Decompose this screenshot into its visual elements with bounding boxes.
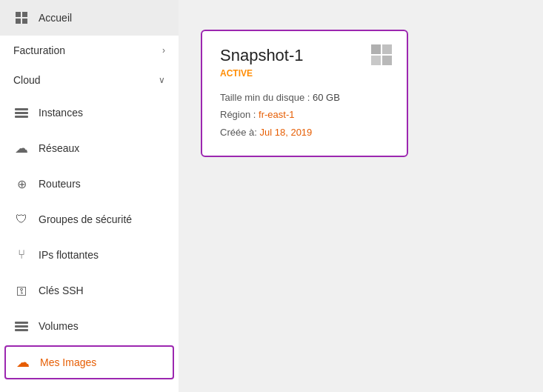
created-value: Jul 18, 2019 bbox=[259, 127, 312, 138]
sidebar-item-cloud[interactable]: Cloud ∨ bbox=[0, 65, 179, 95]
mes-images-icon: ☁ bbox=[15, 354, 31, 371]
reseaux-label: Réseaux bbox=[39, 142, 79, 154]
volumes-icon bbox=[13, 318, 30, 334]
sidebar-item-volumes[interactable]: Volumes bbox=[0, 308, 179, 344]
shield-icon: 🛡 bbox=[13, 211, 30, 227]
main-content: Snapshot-1 ACTIVE Taille min du disque :… bbox=[179, 0, 543, 392]
instances-label: Instances bbox=[39, 107, 83, 119]
accueil-label: Accueil bbox=[39, 12, 72, 24]
sidebar-item-ips[interactable]: ⑂ IPs flottantes bbox=[0, 237, 179, 273]
disk-value: 60 GB bbox=[313, 92, 340, 103]
cles-label: Clés SSH bbox=[39, 285, 84, 296]
sidebar-item-accueil[interactable]: Accueil bbox=[0, 0, 179, 36]
created-info: Créée à: Jul 18, 2019 bbox=[220, 124, 389, 141]
snapshot-title: Snapshot-1 bbox=[220, 46, 389, 65]
ips-label: IPs flottantes bbox=[39, 249, 99, 261]
region-value: fr-east-1 bbox=[259, 109, 294, 120]
cloud-label: Cloud bbox=[13, 74, 41, 86]
reseaux-icon: ☁ bbox=[13, 140, 30, 156]
created-label: Créée à: bbox=[220, 127, 259, 138]
sidebar-item-instances[interactable]: Instances bbox=[0, 95, 179, 130]
disk-info: Taille min du disque : 60 GB bbox=[220, 89, 389, 106]
sidebar-item-reseaux[interactable]: ☁ Réseaux bbox=[0, 130, 179, 166]
instances-icon bbox=[13, 104, 30, 121]
routeurs-label: Routeurs bbox=[39, 178, 81, 190]
sidebar-item-cles[interactable]: ⚿ Clés SSH bbox=[0, 273, 179, 308]
groupes-label: Groupes de sécurité bbox=[39, 213, 132, 225]
key-icon: ⚿ bbox=[13, 282, 30, 299]
region-info: Région : fr-east-1 bbox=[220, 106, 389, 123]
sidebar-item-groupes[interactable]: 🛡 Groupes de sécurité bbox=[0, 202, 179, 237]
chevron-right-icon: › bbox=[162, 45, 165, 56]
volumes-label: Volumes bbox=[39, 320, 79, 332]
grid-icon bbox=[13, 10, 30, 26]
snapshot-status: ACTIVE bbox=[220, 68, 389, 79]
sidebar: Accueil Facturation › Cloud ∨ Instances … bbox=[0, 0, 179, 392]
sidebar-item-routeurs[interactable]: ⊕ Routeurs bbox=[0, 166, 179, 202]
region-label: Région : bbox=[220, 109, 259, 120]
sidebar-item-facturation[interactable]: Facturation › bbox=[0, 36, 179, 65]
routeurs-icon: ⊕ bbox=[13, 176, 30, 192]
snapshot-card[interactable]: Snapshot-1 ACTIVE Taille min du disque :… bbox=[201, 30, 408, 157]
snapshot-info: Taille min du disque : 60 GB Région : fr… bbox=[220, 89, 389, 141]
disk-label: Taille min du disque : bbox=[220, 92, 313, 103]
mes-images-label: Mes Images bbox=[40, 356, 96, 368]
windows-logo-icon bbox=[371, 44, 392, 65]
sidebar-item-mes-images[interactable]: ☁ Mes Images bbox=[4, 345, 174, 379]
ips-icon: ⑂ bbox=[13, 247, 30, 263]
chevron-down-icon: ∨ bbox=[159, 75, 165, 85]
facturation-label: Facturation bbox=[13, 44, 65, 56]
